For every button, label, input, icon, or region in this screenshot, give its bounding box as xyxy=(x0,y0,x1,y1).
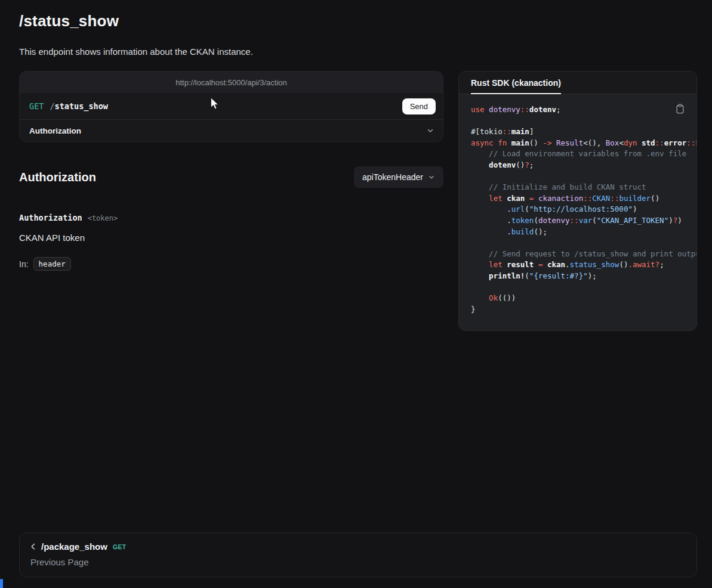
auth-param-row: Authorization <token> xyxy=(19,213,443,222)
page-title: /status_show xyxy=(19,12,697,30)
sdk-code-panel: Rust SDK (ckanaction) use dotenvy::doten… xyxy=(458,71,697,331)
page: /status_show This endpoint shows informa… xyxy=(0,0,712,588)
request-card-header: http://localhost:5000/api/3/action xyxy=(20,72,443,93)
endpoint-description: This endpoint shows information about th… xyxy=(19,47,697,57)
previous-page-path: /package_show xyxy=(41,541,107,552)
left-column: http://localhost:5000/api/3/action GET /… xyxy=(19,71,443,271)
auth-param-name: Authorization xyxy=(19,213,82,222)
send-button[interactable]: Send xyxy=(402,98,436,114)
request-test-card: http://localhost:5000/api/3/action GET /… xyxy=(19,71,443,142)
auth-param-in-row: In: header xyxy=(19,257,443,271)
sdk-code-body: use dotenvy::dotenv; #[tokio::main]async… xyxy=(459,94,696,330)
previous-page-method-badge: GET xyxy=(113,543,127,550)
copy-code-button[interactable] xyxy=(674,103,686,115)
sdk-tab-rust[interactable]: Rust SDK (ckanaction) xyxy=(471,72,561,94)
clipboard-icon xyxy=(676,104,685,114)
base-url-text: http://localhost:5000/api/3/action xyxy=(175,78,286,87)
request-path-name: status_show xyxy=(55,101,108,111)
right-column: Rust SDK (ckanaction) use dotenvy::doten… xyxy=(458,71,697,331)
request-path-slash: / xyxy=(50,101,54,111)
chevron-left-icon xyxy=(29,543,37,550)
scroll-indicator-bar xyxy=(0,579,3,588)
main-row: http://localhost:5000/api/3/action GET /… xyxy=(19,71,697,331)
in-label: In: xyxy=(19,259,29,269)
previous-page-label: Previous Page xyxy=(29,557,687,567)
code-block: use dotenvy::dotenv; #[tokio::main]async… xyxy=(471,104,685,315)
auth-param-description: CKAN API token xyxy=(19,233,443,243)
auth-scheme-dropdown[interactable]: apiTokenHeader xyxy=(354,166,443,188)
request-path: /status_show xyxy=(50,101,108,111)
request-row: GET /status_show Send xyxy=(20,93,443,119)
http-method-badge: GET xyxy=(29,101,44,111)
auth-collapsible-row[interactable]: Authorization xyxy=(20,119,443,141)
auth-param-type: <token> xyxy=(88,214,118,222)
in-value-badge: header xyxy=(33,257,71,271)
chevron-down-icon xyxy=(426,126,434,135)
footer-row1: /package_show GET xyxy=(29,541,687,552)
previous-page-link[interactable]: /package_show GET Previous Page xyxy=(19,533,697,577)
chevron-down-icon xyxy=(428,174,435,181)
authorization-section: Authorization apiTokenHeader Authorizati… xyxy=(19,166,443,271)
auth-section-heading: Authorization xyxy=(19,171,96,184)
sdk-panel-header: Rust SDK (ckanaction) xyxy=(459,72,696,94)
auth-scheme-selected: apiTokenHeader xyxy=(362,172,423,182)
auth-heading-row: Authorization apiTokenHeader xyxy=(19,166,443,188)
auth-row-label: Authorization xyxy=(29,126,81,135)
